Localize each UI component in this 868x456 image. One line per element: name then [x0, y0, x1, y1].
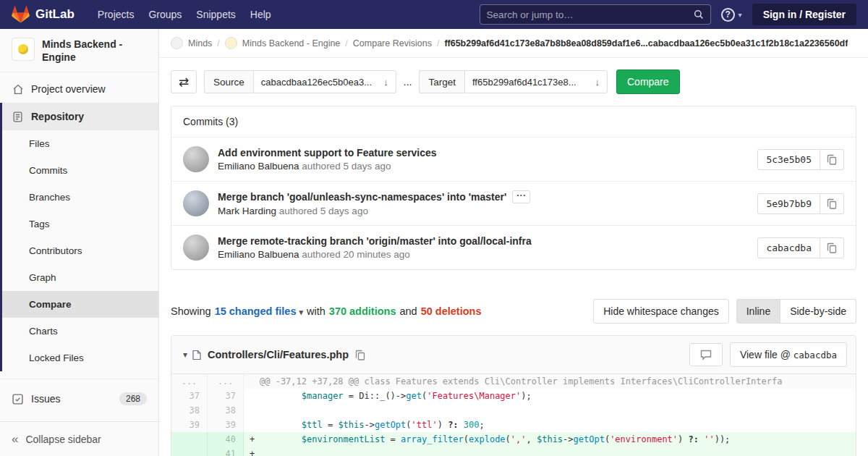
copy-sha-button[interactable] — [820, 149, 844, 170]
new-line-number[interactable]: 40 — [208, 432, 244, 447]
gitlab-tanuki-icon — [12, 6, 30, 23]
chevron-down-icon: ▾ — [739, 11, 742, 19]
showing-label: Showing — [171, 305, 211, 317]
clipboard-icon — [827, 242, 837, 253]
inline-view-button[interactable]: Inline — [736, 299, 780, 324]
new-line-number[interactable]: 41 — [208, 447, 244, 456]
sidebar-item-files[interactable]: Files — [2, 130, 158, 157]
commit-meta: Emiliano Balbuena authored 20 minutes ag… — [218, 249, 532, 260]
clipboard-icon — [827, 154, 837, 165]
commit-author-avatar — [183, 146, 209, 172]
file-icon — [192, 350, 201, 360]
copy-file-path-button[interactable] — [355, 350, 365, 360]
swap-icon: ⇄ — [179, 75, 189, 90]
commit-author-link[interactable]: Emiliano Balbuena — [218, 161, 299, 172]
diff-line-context: 3939 $ttl = $this->getOpt('ttl') ?: 300; — [171, 418, 856, 432]
sidebar-item-label: Repository — [31, 111, 84, 122]
new-line-number[interactable]: 37 — [208, 389, 244, 403]
breadcrumb-compare-link[interactable]: Compare Revisions — [353, 38, 432, 48]
nav-help[interactable]: Help — [250, 9, 271, 20]
sidebar-item-contributors[interactable]: Contributors — [2, 237, 158, 264]
commit-actions: 5e9b7bb9 — [757, 193, 844, 214]
code-line: + — [244, 447, 856, 456]
old-line-number[interactable]: 39 — [171, 418, 208, 432]
commit-sha-button[interactable]: 5c3e5b05 — [757, 149, 820, 170]
sidebar-item-graph[interactable]: Graph — [2, 264, 158, 291]
diff-line-marker: + — [250, 432, 260, 447]
compare-form: ⇄ Source cabacdbaa126ec5b0ea3... ↓ ... T… — [171, 69, 856, 94]
old-line-number[interactable] — [171, 447, 208, 456]
sidebar-item-label: Issues — [31, 393, 60, 405]
commit-sha-button[interactable]: cabacdba — [757, 237, 820, 258]
nav-snippets[interactable]: Snippets — [196, 9, 235, 20]
commit-info: Add environment support to Feature servi… — [218, 147, 437, 172]
target-ref-dropdown[interactable]: ff65b299af6d41c173e8... ↓ — [464, 70, 608, 93]
sidebar-item-issues[interactable]: Issues 268 — [0, 385, 158, 413]
gitlab-home-link[interactable]: GitLab — [12, 6, 75, 23]
swap-revisions-button[interactable]: ⇄ — [171, 70, 197, 93]
diff-table: ......@@ -37,12 +37,28 @@ class Features… — [171, 374, 856, 456]
changed-files-label: 15 changed files — [215, 305, 297, 317]
sidebar-item-compare[interactable]: Compare — [2, 291, 158, 318]
clipboard-icon — [355, 350, 365, 360]
commit-title-link[interactable]: Merge remote-tracking branch 'origin/mas… — [218, 235, 532, 247]
search-box[interactable] — [480, 4, 711, 25]
sidebar-item-locked-files[interactable]: Locked Files — [2, 345, 158, 371]
sidebar-item-charts[interactable]: Charts — [2, 318, 158, 345]
source-ref-dropdown[interactable]: cabacdbaa126ec5b0ea3... ↓ — [253, 70, 396, 93]
old-line-number[interactable]: 38 — [171, 403, 208, 418]
compare-button[interactable]: Compare — [616, 69, 680, 94]
project-context[interactable]: Minds Backend - Engine — [0, 29, 158, 72]
code-line: $manager = Di::_()->get('Features\Manage… — [244, 389, 856, 403]
repository-icon — [12, 111, 24, 122]
target-input-group: Target ff65b299af6d41c173e8... ↓ — [419, 70, 608, 93]
commit-author-link[interactable]: Mark Harding — [218, 206, 276, 216]
clipboard-icon — [827, 198, 837, 209]
toggle-commit-description-button[interactable]: ··· — [512, 190, 530, 203]
source-ref-value: cabacdbaa126ec5b0ea3... — [261, 77, 372, 88]
breadcrumb-project-link[interactable]: Minds Backend - Engine — [242, 38, 341, 48]
caret-down-icon: ▾ — [299, 308, 303, 316]
range-separator: ... — [404, 76, 412, 88]
with-label: with — [307, 305, 326, 317]
collapse-diff-caret-icon[interactable]: ▾ — [183, 350, 187, 360]
commit-author-link[interactable]: Emiliano Balbuena — [218, 249, 299, 260]
sidebar-item-branches[interactable]: Branches — [2, 184, 158, 211]
commit-sha-button[interactable]: 5e9b7bb9 — [757, 193, 820, 214]
new-line-number[interactable]: 39 — [208, 418, 244, 432]
sidebar-item-repository[interactable]: Repository — [2, 103, 158, 130]
commit-title-link[interactable]: Add environment support to Feature servi… — [218, 147, 437, 159]
search-input[interactable] — [487, 9, 694, 20]
sidebar-item-commits[interactable]: Commits — [2, 157, 158, 184]
new-line-number[interactable]: 38 — [208, 403, 244, 418]
breadcrumb-separator: / — [437, 38, 439, 48]
minds-logo-icon — [18, 44, 28, 54]
changed-files-dropdown[interactable]: 15 changed files ▾ — [215, 305, 303, 317]
sidebar-item-project-overview[interactable]: Project overview — [0, 75, 158, 103]
hide-whitespace-button[interactable]: Hide whitespace changes — [593, 299, 729, 324]
old-line-number[interactable] — [171, 432, 208, 447]
summary-actions: Hide whitespace changes Inline Side-by-s… — [593, 299, 856, 324]
sign-in-button[interactable]: Sign in / Register — [752, 4, 856, 25]
collapse-sidebar-button[interactable]: « Collapse sidebar — [0, 421, 158, 456]
new-line-number[interactable]: ... — [208, 374, 244, 389]
deletions-count: 50 deletions — [421, 305, 482, 317]
copy-sha-button[interactable] — [820, 193, 844, 214]
diff-file-name: Controllers/Cli/Features.php — [208, 349, 349, 360]
side-by-side-view-button[interactable]: Side-by-side — [780, 299, 856, 324]
brand-text: GitLab — [35, 7, 75, 22]
old-line-number[interactable]: 37 — [171, 389, 208, 403]
nav-projects[interactable]: Projects — [98, 9, 135, 20]
help-menu[interactable]: ? ▾ — [721, 8, 742, 22]
copy-sha-button[interactable] — [820, 237, 844, 258]
nav-groups[interactable]: Groups — [148, 9, 182, 20]
breadcrumb-group-link[interactable]: Minds — [188, 38, 212, 48]
commit-meta-text: authored 20 minutes ago — [302, 249, 409, 260]
commit-title-link[interactable]: Merge branch 'goal/unleash-sync-namespac… — [218, 191, 506, 203]
project-title: Minds Backend - Engine — [42, 38, 147, 64]
old-line-number[interactable]: ... — [171, 374, 208, 389]
commit-title-row: Merge branch 'goal/unleash-sync-namespac… — [218, 190, 530, 203]
view-file-button[interactable]: View file @ cabacdba — [730, 342, 847, 367]
sidebar-item-tags[interactable]: Tags — [2, 211, 158, 237]
toggle-comments-button[interactable] — [689, 343, 723, 366]
